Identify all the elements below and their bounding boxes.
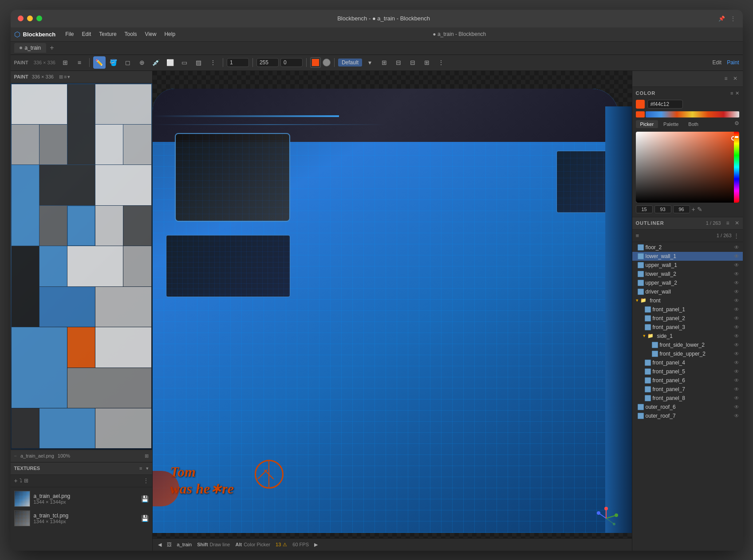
hex-input[interactable] — [647, 100, 683, 109]
front-visibility[interactable]: 👁 — [734, 298, 739, 304]
more-tools-button[interactable]: ⋮ — [207, 56, 219, 69]
lower-wall-2-visibility[interactable]: 👁 — [734, 271, 739, 277]
val-input[interactable] — [673, 205, 690, 213]
color-panel-close[interactable]: ✕ — [735, 90, 739, 96]
outer-roof-7-visibility[interactable]: 👁 — [734, 413, 739, 419]
clone-tool-button[interactable]: ⊕ — [136, 56, 148, 69]
outliner-item-side-1[interactable]: ▾ 📁 side_1 👁 — [632, 332, 743, 341]
front-panel-7-visibility[interactable]: 👁 — [734, 386, 739, 392]
outliner-item-upper-wall-1[interactable]: upper_wall_1 👁 — [632, 261, 743, 270]
resize-icon[interactable]: ⊞ — [59, 56, 71, 69]
panel-close-btn[interactable]: ✕ — [733, 75, 737, 82]
rect-tool-button[interactable]: ▭ — [178, 56, 191, 69]
fit-btn[interactable]: ⊞ — [145, 453, 149, 459]
color-tab-both[interactable]: Both — [684, 120, 703, 128]
front-panel-4-visibility[interactable]: 👁 — [734, 360, 739, 366]
fill-tool-button[interactable]: 🪣 — [107, 56, 120, 69]
foreground-color-swatch[interactable] — [310, 57, 321, 68]
textures-header-options[interactable]: ≡ — [139, 466, 142, 471]
color-panel-options[interactable]: ≡ — [730, 90, 733, 96]
outliner-item-front-panel-3[interactable]: front_panel_3 👁 — [632, 323, 743, 332]
paint-bucket-button[interactable]: ▨ — [193, 56, 205, 69]
menu-tools[interactable]: Tools — [121, 29, 141, 39]
nav-prev-button[interactable]: ◀ — [158, 542, 162, 548]
front-side-lower-2-visibility[interactable]: 👁 — [734, 342, 739, 348]
outliner-options-btn[interactable]: ≡ — [726, 220, 729, 226]
front-panel-5-visibility[interactable]: 👁 — [734, 368, 739, 375]
textures-more-btn[interactable]: ⋮ — [143, 478, 149, 484]
outliner-item-front-panel-6[interactable]: front_panel_6 👁 — [632, 376, 743, 385]
active-color-swatch[interactable] — [636, 100, 645, 109]
menu-help[interactable]: Help — [161, 29, 179, 39]
paint-canvas[interactable] — [11, 83, 152, 450]
paint-more-btn[interactable]: ▾ — [67, 74, 70, 80]
maximize-button[interactable] — [36, 16, 42, 21]
outliner-item-floor-2[interactable]: floor_2 👁 — [632, 243, 743, 252]
outliner-item-lower-wall-2[interactable]: lower_wall_2 👁 — [632, 270, 743, 278]
outliner-item-upper-wall-2[interactable]: upper_wall_2 👁 — [632, 278, 743, 287]
select-tool-button[interactable]: ⬜ — [164, 56, 177, 69]
3d-viewport[interactable]: Tomwas he∗re — [153, 71, 632, 551]
eyedrop-btn[interactable]: ✎ — [697, 206, 702, 213]
front-panel-8-visibility[interactable]: 👁 — [734, 395, 739, 401]
color-hue-bar[interactable] — [734, 132, 739, 203]
brush-size-input[interactable] — [227, 58, 249, 67]
outliner-item-outer-roof-7[interactable]: outer_roof_7 👁 — [632, 411, 743, 420]
add-color-btn[interactable]: + — [692, 206, 695, 213]
pin-icon[interactable]: 📌 — [718, 16, 725, 22]
hue-input[interactable] — [636, 205, 653, 213]
front-side-upper-2-visibility[interactable]: 👁 — [734, 351, 739, 357]
edit-button[interactable]: Edit — [712, 59, 721, 66]
outliner-item-front-panel-1[interactable]: front_panel_1 👁 — [632, 305, 743, 314]
side-1-visibility[interactable]: 👁 — [734, 333, 739, 339]
view-btn-4[interactable]: ⊞ — [421, 56, 433, 69]
save-texture-tcl-btn[interactable]: 💾 — [141, 515, 149, 522]
outliner-item-driver-wall[interactable]: driver_wall 👁 — [632, 287, 743, 296]
texture-item-ael[interactable]: a_train_ael.png 1344 × 1344px 💾 — [14, 489, 149, 509]
brush-tool-button[interactable]: ✏️ — [93, 56, 106, 69]
view-btn-1[interactable]: ⊞ — [378, 56, 390, 69]
add-texture-btn[interactable]: + — [14, 477, 18, 484]
textures-header-more[interactable]: ▾ — [146, 466, 149, 471]
paint-button[interactable]: Paint — [727, 59, 739, 66]
color-picker-gradient-area[interactable] — [636, 132, 739, 203]
texture-menu-btn[interactable]: ⊞ — [24, 478, 28, 484]
color-settings-btn[interactable]: ⚙ — [734, 120, 739, 128]
front-panel-1-visibility[interactable]: 👁 — [734, 306, 739, 313]
outliner-item-lower-wall-1[interactable]: lower_wall_1 👁 — [632, 252, 743, 261]
outliner-item-front-panel-8[interactable]: front_panel_8 👁 — [632, 394, 743, 403]
save-texture-ael-btn[interactable]: 💾 — [141, 495, 149, 502]
view-btn-3[interactable]: ⊟ — [406, 56, 419, 69]
color-tab-picker[interactable]: Picker — [636, 120, 658, 128]
view-btn-2[interactable]: ⊟ — [392, 56, 405, 69]
background-color-swatch[interactable] — [323, 59, 331, 67]
options-icon[interactable]: ≡ — [73, 56, 86, 69]
outliner-item-front[interactable]: ▾ 📁 front 👁 — [632, 296, 743, 305]
outliner-item-front-side-upper-2[interactable]: front_side_upper_2 👁 — [632, 349, 743, 358]
outliner-item-front-panel-2[interactable]: front_panel_2 👁 — [632, 314, 743, 323]
menu-file[interactable]: File — [62, 29, 77, 39]
nav-next-button[interactable]: ▶ — [314, 542, 318, 548]
texture-item-tcl[interactable]: a_train_tcl.png 1344 × 1344px 💾 — [14, 509, 149, 528]
mode-options[interactable]: ▾ — [364, 56, 376, 69]
tab-a-train[interactable]: a_train — [14, 43, 47, 53]
menu-texture[interactable]: Texture — [95, 29, 120, 39]
more-btn[interactable]: ⋮ — [435, 56, 447, 69]
swatch-orange[interactable] — [636, 111, 645, 117]
driver-wall-visibility[interactable]: 👁 — [734, 289, 739, 295]
tab-add-button[interactable]: + — [50, 44, 54, 52]
opacity-input[interactable] — [256, 58, 279, 67]
erase-tool-button[interactable]: ◻ — [122, 56, 134, 69]
outliner-close-btn[interactable]: ✕ — [735, 220, 739, 226]
outliner-more-btn[interactable]: ⋮ — [733, 232, 739, 239]
mode-dropdown[interactable]: Default — [338, 59, 362, 67]
front-panel-2-visibility[interactable]: 👁 — [734, 315, 739, 321]
front-panel-6-visibility[interactable]: 👁 — [734, 377, 739, 384]
close-button[interactable] — [18, 16, 24, 21]
front-panel-3-visibility[interactable]: 👁 — [734, 324, 739, 330]
eyedrop-tool-button[interactable]: 💉 — [150, 56, 162, 69]
resize-btn[interactable]: ⊞ — [59, 74, 63, 80]
outliner-item-front-panel-5[interactable]: front_panel_5 👁 — [632, 367, 743, 376]
panel-options-btn[interactable]: ≡ — [724, 75, 727, 82]
menu-view[interactable]: View — [142, 29, 160, 39]
